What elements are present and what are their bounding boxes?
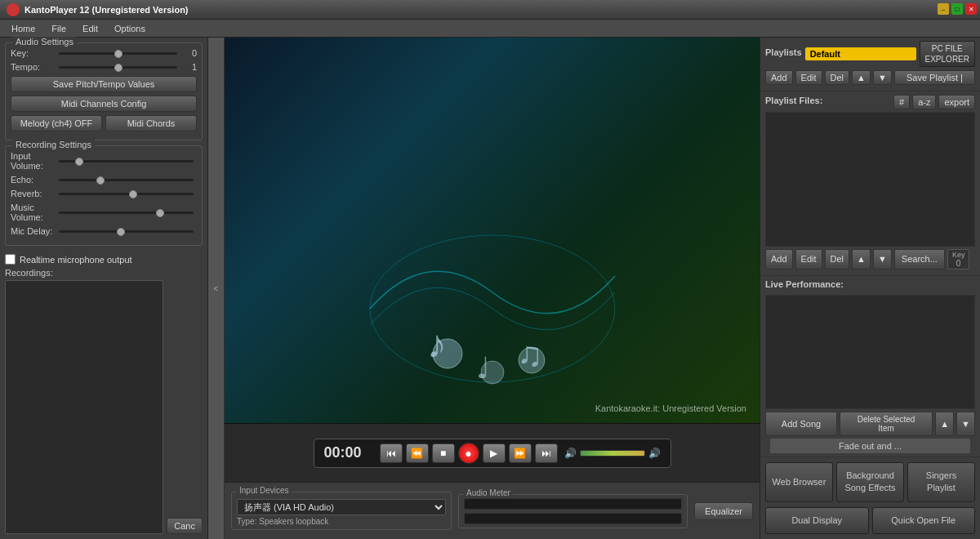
collapse-panel-button[interactable]: < (208, 38, 225, 539)
key-slider-thumb[interactable] (114, 50, 122, 58)
menu-bar: Home File Edit Options (0, 20, 980, 38)
mic-delay-label: Mic Delay: (11, 226, 56, 236)
mic-delay-slider[interactable] (59, 230, 194, 233)
midi-channels-button[interactable]: Midi Channels Config (11, 96, 197, 112)
playlists-title: Playlists (765, 47, 802, 57)
reverb-thumb[interactable] (129, 190, 137, 198)
tempo-label: Tempo: (11, 62, 56, 72)
input-volume-row: Input Volume: (11, 151, 197, 171)
playlist-action-row: Add Edit Del ▲ ▼ Save Playlist | (765, 70, 975, 85)
quick-open-file-button[interactable]: Quick Open File (872, 507, 976, 534)
next-button[interactable]: ⏭ (535, 443, 558, 463)
delete-selected-button[interactable]: Delete Selected Item (840, 412, 933, 436)
dual-display-button[interactable]: Dual Display (765, 507, 869, 534)
default-playlist-name: Default (805, 47, 916, 60)
playlist-files-header: Playlist Files: # a-z export (765, 95, 975, 109)
volume-bar[interactable] (580, 450, 645, 457)
menu-options[interactable]: Options (106, 22, 154, 35)
menu-edit[interactable]: Edit (74, 22, 106, 35)
save-pitch-tempo-button[interactable]: Save Pitch/Tempo Values (11, 76, 197, 92)
recording-settings-title: Recording Settings (12, 140, 95, 149)
reverb-slider[interactable] (59, 193, 194, 195)
background-song-effects-button[interactable]: Background Song Effects (836, 462, 904, 502)
title-bar: KantoPlayer 12 (Unregistered Version) – … (0, 0, 980, 20)
maximize-button[interactable]: □ (951, 3, 963, 15)
playlist-files-actions: Add Edit Del ▲ ▼ Search... Key 0 (765, 249, 975, 270)
music-volume-slider[interactable] (59, 212, 194, 214)
record-button[interactable]: ● (458, 443, 479, 464)
equalizer-button[interactable]: Equalizer (694, 502, 753, 520)
fastforward-button[interactable]: ⏩ (509, 443, 532, 463)
search-button[interactable]: Search... (894, 249, 945, 270)
realtime-checkbox[interactable] (5, 254, 16, 265)
live-performance-list (765, 295, 975, 409)
right-panel: Playlists Default PC FILE EXPLORER Add E… (760, 38, 980, 539)
key-value: 0 (952, 259, 965, 268)
export-button[interactable]: export (938, 95, 975, 109)
play-button[interactable]: ▶ (483, 443, 506, 463)
video-display: ♪ ♩ ♫ Kantokaraoke.it: Unregistered Vers… (225, 38, 760, 423)
hash-sort-button[interactable]: # (893, 95, 910, 109)
transport-bar: 00:00 ⏮ ⏪ ■ ● ▶ ⏩ ⏭ 🔊 🔊 (225, 423, 760, 482)
playlist-down-button[interactable]: ▼ (873, 70, 892, 85)
mic-delay-row: Mic Delay: (11, 226, 197, 236)
pc-file-explorer-button[interactable]: PC FILE EXPLORER (920, 41, 975, 67)
mic-delay-thumb[interactable] (117, 228, 125, 236)
fade-out-bar[interactable]: Fade out and ... (770, 439, 970, 453)
cancel-recording-button[interactable]: Canc (167, 518, 203, 534)
playlist-del-button[interactable]: Del (825, 70, 850, 85)
audio-settings-title: Audio Settings (12, 37, 77, 47)
input-devices-box: Input Devices 扬声器 (VIA HD Audio) Type: S… (231, 492, 452, 530)
files-edit-button[interactable]: Edit (795, 249, 822, 270)
recording-settings-panel: Recording Settings Input Volume: Echo: R… (5, 145, 203, 246)
tempo-slider-track[interactable] (59, 66, 177, 69)
files-up-button[interactable]: ▲ (852, 249, 871, 270)
playlist-edit-button[interactable]: Edit (795, 70, 822, 85)
melody-midi-row: Melody (ch4) OFF Midi Chords (11, 115, 197, 131)
video-watermark: Kantokaraoke.it: Unregistered Version (595, 403, 746, 413)
music-volume-thumb[interactable] (156, 209, 164, 217)
input-volume-thumb[interactable] (75, 158, 83, 166)
meter-bar-1 (464, 498, 682, 510)
prev-button[interactable]: ⏮ (380, 443, 403, 463)
music-volume-row: Music Volume: (11, 203, 197, 222)
echo-slider[interactable] (59, 179, 194, 181)
az-sort-button[interactable]: a-z (912, 95, 936, 109)
close-button[interactable]: ✕ (965, 3, 977, 15)
lp-down-button[interactable]: ▼ (956, 412, 975, 436)
rewind-button[interactable]: ⏪ (406, 443, 429, 463)
menu-file[interactable]: File (43, 22, 74, 35)
app-icon (7, 3, 20, 16)
midi-chords-button[interactable]: Midi Chords (105, 115, 197, 131)
playlist-add-button[interactable]: Add (765, 70, 793, 85)
tempo-slider-row: Tempo: 1 (11, 62, 197, 72)
files-del-button[interactable]: Del (825, 249, 850, 270)
playlist-up-button[interactable]: ▲ (852, 70, 871, 85)
menu-home[interactable]: Home (3, 22, 43, 35)
key-slider-track[interactable] (59, 52, 177, 55)
tempo-slider-thumb[interactable] (114, 64, 122, 72)
input-volume-slider[interactable] (59, 160, 194, 163)
minimize-button[interactable]: – (938, 3, 949, 15)
lp-up-button[interactable]: ▲ (935, 412, 954, 436)
singers-playlist-button[interactable]: Singers Playlist (907, 462, 975, 502)
files-add-button[interactable]: Add (765, 249, 793, 270)
files-down-button[interactable]: ▼ (873, 249, 892, 270)
key-value: 0 (180, 48, 197, 58)
web-browser-button[interactable]: Web Browser (765, 462, 833, 502)
melody-button[interactable]: Melody (ch4) OFF (11, 115, 102, 131)
live-performance-section: Live Performance: Add Song Delete Select… (760, 276, 980, 457)
svg-point-6 (519, 347, 545, 373)
reverb-label: Reverb: (11, 189, 56, 198)
add-song-button[interactable]: Add Song (765, 412, 837, 436)
tempo-value: 1 (180, 62, 197, 72)
save-playlist-button[interactable]: Save Playlist | (894, 70, 975, 85)
live-performance-actions: Add Song Delete Selected Item ▲ ▼ (765, 412, 975, 436)
svg-point-5 (481, 361, 504, 384)
device-select[interactable]: 扬声器 (VIA HD Audio) (237, 499, 446, 515)
stop-button[interactable]: ■ (432, 443, 455, 463)
recordings-list (5, 280, 163, 534)
echo-thumb[interactable] (96, 176, 105, 185)
video-decoration: ♪ ♩ ♫ (362, 227, 623, 390)
volume-max-icon: 🔊 (648, 448, 661, 459)
